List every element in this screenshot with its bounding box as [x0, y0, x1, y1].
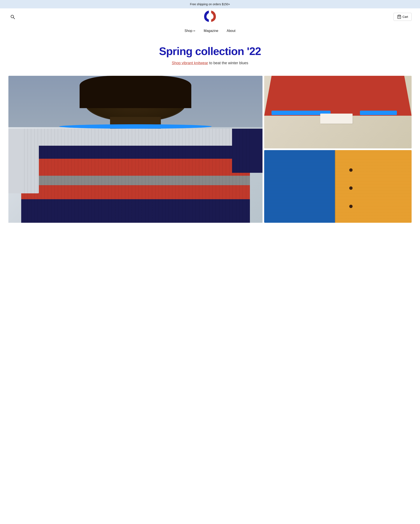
cart-label: Cart	[402, 15, 408, 18]
svg-rect-2	[209, 10, 211, 13]
nav-about[interactable]: About	[223, 27, 239, 35]
chevron-down-icon: ⤔	[193, 29, 195, 32]
nav-magazine[interactable]: Magazine	[200, 27, 222, 35]
announcement-bar: Free shipping on orders $150+	[0, 0, 420, 9]
knitwear-detail-image	[264, 76, 411, 148]
button-detail-1	[349, 168, 353, 172]
logo-container[interactable]	[203, 9, 217, 25]
main-nav: Shop ⤔ Magazine About	[0, 25, 420, 39]
announcement-text: Free shipping on orders $150+	[190, 2, 230, 6]
cardigan-content	[264, 150, 411, 223]
cart-icon	[397, 15, 401, 19]
sweater-figure	[9, 76, 262, 223]
hero-title: Spring collection '22	[4, 45, 416, 58]
search-icon	[10, 14, 15, 19]
hero-subtitle-text: to beat the winter blues	[208, 61, 248, 65]
button-detail-3	[349, 205, 353, 208]
search-button[interactable]	[9, 13, 17, 21]
header-right: Cart	[394, 13, 411, 21]
hero-subtitle: Shop vibrant knitwear to beat the winter…	[4, 61, 416, 65]
button-detail-2	[349, 186, 353, 190]
header: Cart	[0, 9, 420, 25]
main-image-content	[9, 76, 262, 223]
header-left	[9, 13, 17, 21]
brand-logo	[203, 9, 217, 24]
collar-detail-content	[264, 76, 411, 148]
image-grid	[0, 72, 420, 227]
hero-section: Spring collection '22 Shop vibrant knitw…	[0, 39, 420, 70]
cart-button[interactable]: Cart	[394, 13, 411, 21]
nav-shop[interactable]: Shop ⤔	[181, 27, 199, 35]
main-hero-image	[9, 76, 262, 223]
cardigan-image	[264, 150, 411, 223]
svg-line-1	[13, 18, 15, 19]
cardigan-seam	[335, 150, 336, 223]
svg-rect-3	[209, 19, 211, 22]
hero-link[interactable]: Shop vibrant knitwear	[172, 61, 208, 65]
